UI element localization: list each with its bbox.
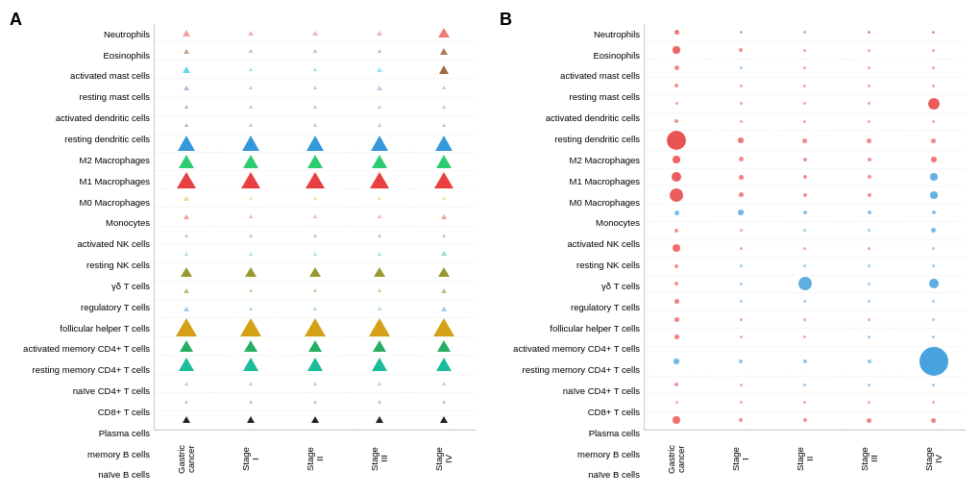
y-label-m2: M2 Macrophages [80, 152, 150, 168]
b-row-reg-t [645, 258, 966, 276]
b-row-eosinophils [645, 42, 966, 61]
panel-b: B Neutrophils Eosinophils activated mast… [495, 10, 966, 485]
y-label-act-dc: activated dendritic cells [56, 110, 150, 126]
row-naive-b [155, 411, 476, 430]
b-y-cd8: CD8+ T cells [588, 404, 640, 420]
row-rest-mem-cd4 [155, 318, 476, 337]
b-row-neutrophils [645, 24, 966, 42]
row-m0 [155, 171, 476, 189]
b-row-naive-cd4 [645, 329, 966, 347]
y-label-neutrophils: Neutrophils [104, 26, 150, 42]
y-label-m1: M1 Macrophages [80, 173, 150, 189]
b-y-m2: M2 Macrophages [570, 152, 640, 168]
x-label-stage2: StageII [306, 433, 324, 485]
y-label-naive-cd4: naïve CD4+ T cells [73, 383, 150, 399]
b-row-act-mem-cd4 [645, 293, 966, 311]
b-row-cd8 [645, 347, 966, 377]
b-row-plasma [645, 377, 966, 395]
b-y-rest-mem-cd4: resting memory CD4+ T cells [523, 362, 640, 379]
panel-a-y-axis: Neutrophils Eosinophils activated mast c… [5, 24, 154, 485]
y-label-act-mast: activated mast cells [70, 68, 150, 85]
panel-b-plot [644, 24, 966, 431]
row-rest-nk [155, 227, 476, 245]
b-y-m0: M0 Macrophages [570, 194, 640, 210]
y-label-eosinophils: Eosinophils [103, 47, 150, 63]
b-row-rest-mast [645, 78, 966, 96]
b-y-mem-b: memory B cells [577, 446, 640, 462]
panel-a-chart: Neutrophils Eosinophils activated mast c… [5, 24, 476, 485]
row-plasma [155, 375, 476, 393]
y-label-cd8: CD8+ T cells [98, 404, 150, 420]
row-naive-cd4 [155, 337, 476, 356]
panel-a-x-axis: Gastriccancer StageI StageII StageIII St… [154, 433, 476, 485]
b-row-m2 [645, 131, 966, 151]
b-row-gd-t [645, 240, 966, 259]
b-row-fh-t [645, 276, 966, 294]
y-label-rest-mem-cd4: resting memory CD4+ T cells [33, 362, 150, 379]
main-container: A Neutrophils Eosinophils activated mast… [0, 0, 980, 495]
row-rest-dc [155, 116, 476, 135]
b-y-neutrophils: Neutrophils [594, 26, 640, 42]
b-y-act-mem-cd4: activated memory CD4+ T cells [513, 341, 640, 358]
b-y-eosinophils: Eosinophils [593, 47, 640, 63]
b-y-act-nk: activated NK cells [567, 235, 640, 252]
panel-b-chart: Neutrophils Eosinophils activated mast c… [495, 24, 966, 485]
row-fh-t [155, 282, 476, 300]
b-row-mem-b [645, 394, 966, 412]
row-act-mem-cd4 [155, 300, 476, 318]
y-label-rest-dc: resting dendritic cells [64, 131, 150, 147]
y-label-act-nk: activated NK cells [77, 235, 150, 252]
b-x-label-stage1: StageI [731, 433, 749, 485]
row-act-dc [155, 98, 476, 116]
x-label-stage3: StageIII [370, 433, 388, 485]
y-label-fh-t: follicular helper T cells [60, 320, 150, 336]
b-row-rest-nk [645, 222, 966, 240]
y-label-reg-t: regulatory T cells [81, 299, 150, 315]
row-gd-t [155, 245, 476, 263]
panel-b-label: B [500, 10, 512, 30]
panel-a-plot [154, 24, 476, 431]
row-act-nk [155, 208, 476, 226]
x-label-stage4: StageIV [434, 433, 453, 485]
b-x-label-stage3: StageIII [860, 433, 878, 485]
b-y-mono: Monocytes [596, 215, 640, 232]
row-act-mast [155, 61, 476, 79]
y-label-naive-b: naïve B cells [98, 467, 150, 483]
b-y-reg-t: regulatory T cells [571, 299, 640, 315]
b-row-rest-dc [645, 113, 966, 132]
row-reg-t [155, 263, 476, 282]
b-row-rest-mem-cd4 [645, 311, 966, 330]
row-m1 [155, 153, 476, 171]
b-y-fh-t: follicular helper T cells [550, 320, 640, 336]
b-y-gd-t: γδ T cells [601, 278, 640, 294]
b-y-naive-cd4: naïve CD4+ T cells [563, 383, 640, 399]
y-label-m0: M0 Macrophages [80, 194, 150, 210]
row-m2 [155, 135, 476, 153]
y-label-mono: Monocytes [106, 215, 150, 232]
y-label-mem-b: memory B cells [87, 446, 150, 462]
panel-a-label: A [10, 10, 22, 30]
y-label-plasma: Plasma cells [99, 425, 150, 441]
b-y-rest-nk: resting NK cells [576, 257, 640, 273]
y-label-gd-t: γδ T cells [111, 278, 150, 294]
row-neutrophils [155, 24, 476, 42]
b-row-act-mast [645, 60, 966, 78]
panel-a: A Neutrophils Eosinophils activated mast… [5, 10, 476, 485]
b-row-m0 [645, 169, 966, 187]
x-label-gastric: Gastriccancer [177, 433, 195, 485]
b-y-m1: M1 Macrophages [570, 173, 640, 189]
row-rest-mast [155, 79, 476, 97]
x-label-stage1: StageI [241, 433, 259, 485]
b-row-monocytes [645, 186, 966, 205]
b-row-act-dc [645, 95, 966, 113]
b-row-m1 [645, 151, 966, 169]
panel-b-y-axis: Neutrophils Eosinophils activated mast c… [495, 24, 644, 485]
b-row-act-nk [645, 205, 966, 223]
row-eosinophils [155, 42, 476, 61]
y-label-rest-mast: resting mast cells [80, 89, 150, 106]
b-row-naive-b [645, 412, 966, 431]
b-y-act-dc: activated dendritic cells [546, 110, 640, 126]
b-x-label-stage4: StageIV [924, 433, 943, 485]
b-y-naive-b: naïve B cells [588, 467, 640, 483]
b-y-rest-dc: resting dendritic cells [554, 131, 640, 147]
